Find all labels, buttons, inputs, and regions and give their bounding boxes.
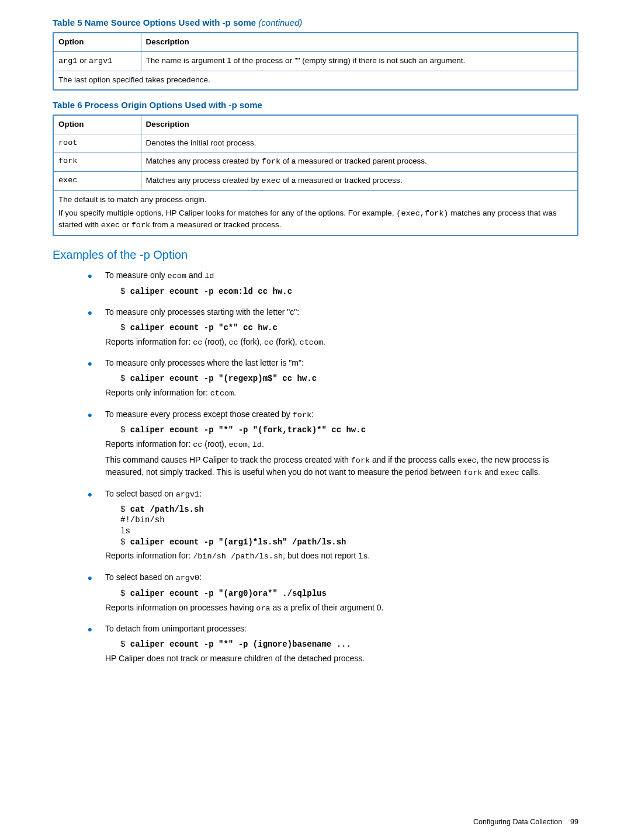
cell-description: Matches any process created by fork of a…: [141, 152, 578, 172]
table6-title: Table 6 Process Origin Options Used with…: [53, 99, 578, 111]
cell-description: Matches any process created by exec of a…: [141, 172, 578, 191]
list-item: To detach from unimportant processes: $ …: [105, 623, 578, 664]
table-row: arg1 or argv1 The name is argument 1 of …: [53, 51, 578, 71]
cell-footer: The last option specified takes preceden…: [53, 71, 578, 89]
table5-title: Table 5 Name Source Options Used with -p…: [53, 16, 578, 29]
list-item: To measure every process except those cr…: [105, 409, 578, 479]
table-footer-row: The last option specified takes preceden…: [53, 71, 578, 89]
cell-option: fork: [53, 152, 141, 172]
cell-description: Denotes the initial root process.: [141, 134, 578, 152]
table-row: exec Matches any process created by exec…: [53, 172, 578, 191]
cell-option: root: [53, 134, 141, 152]
list-item: To select based on argv0: $ caliper ecou…: [105, 572, 578, 614]
table5: Option Description arg1 or argv1 The nam…: [53, 32, 578, 91]
cell-option: exec: [53, 172, 141, 191]
cell-description: The name is argument 1 of the process or…: [141, 51, 578, 71]
section-heading: Examples of the -p Option: [53, 247, 578, 263]
col-option: Option: [53, 33, 141, 51]
table-row: root Denotes the initial root process.: [53, 134, 578, 152]
col-option: Option: [53, 115, 141, 134]
examples-list: To measure only ecom and ld $ caliper ec…: [53, 270, 578, 664]
list-item: To select based on argv1: $ cat /path/ls…: [105, 488, 578, 563]
page-footer: Configuring Data Collection 99: [473, 817, 578, 828]
table-row: fork Matches any process created by fork…: [53, 152, 578, 172]
table-footer-row: The default is to match any process orig…: [53, 191, 578, 235]
col-description: Description: [141, 115, 578, 134]
list-item: To measure only processes starting with …: [105, 307, 578, 348]
table-header-row: Option Description: [53, 33, 578, 51]
table6: Option Description root Denotes the init…: [53, 114, 578, 236]
cell-footer: The default is to match any process orig…: [53, 191, 578, 235]
table-header-row: Option Description: [53, 115, 578, 134]
list-item: To measure only ecom and ld $ caliper ec…: [105, 270, 578, 297]
cell-option: arg1 or argv1: [53, 51, 141, 71]
list-item: To measure only processes where the last…: [105, 357, 578, 399]
col-description: Description: [141, 33, 578, 51]
